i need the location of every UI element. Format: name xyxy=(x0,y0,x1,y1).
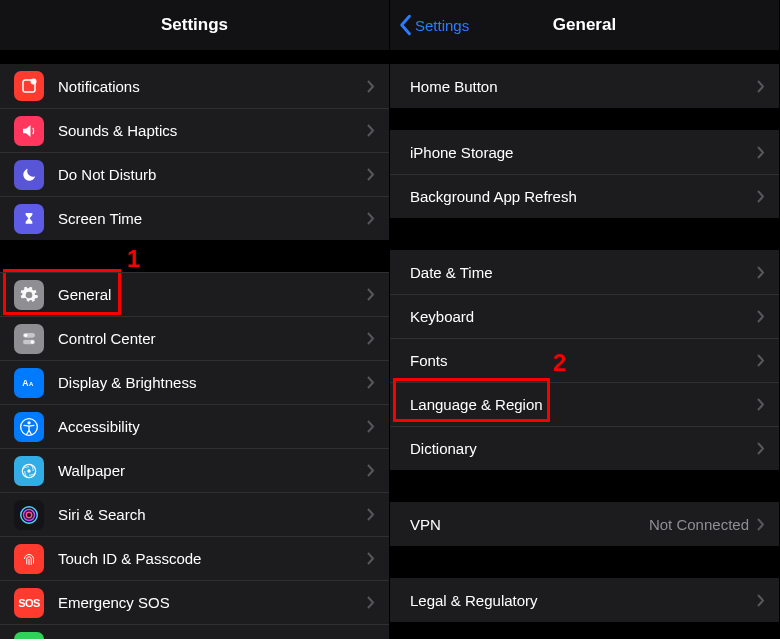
hourglass-icon xyxy=(14,204,44,234)
chevron-right-icon xyxy=(757,594,765,607)
row-label: VPN xyxy=(404,516,649,533)
general-group-input: Date & Time Keyboard Fonts Language & Re… xyxy=(390,250,779,470)
nav-bar-settings: Settings xyxy=(0,0,389,50)
chevron-right-icon xyxy=(757,398,765,411)
row-label: Keyboard xyxy=(404,308,757,325)
row-label: Notifications xyxy=(58,78,367,95)
row-notifications[interactable]: Notifications xyxy=(0,64,389,108)
general-pane-right: Settings General Home Button iPhone Stor… xyxy=(390,0,780,639)
chevron-right-icon xyxy=(367,376,375,389)
general-group-storage: iPhone Storage Background App Refresh xyxy=(390,130,779,218)
chevron-right-icon xyxy=(757,266,765,279)
wallpaper-icon xyxy=(14,456,44,486)
row-dictionary[interactable]: Dictionary xyxy=(390,426,779,470)
text-size-icon: AA xyxy=(14,368,44,398)
settings-scroll: Notifications Sounds & Haptics Do Not Di… xyxy=(0,50,389,639)
row-screen-time[interactable]: Screen Time xyxy=(0,196,389,240)
row-label: Legal & Regulatory xyxy=(404,592,757,609)
row-wallpaper[interactable]: Wallpaper xyxy=(0,448,389,492)
siri-icon xyxy=(14,500,44,530)
nav-bar-general: Settings General xyxy=(390,0,779,50)
row-fonts[interactable]: Fonts xyxy=(390,338,779,382)
notifications-icon xyxy=(14,71,44,101)
chevron-right-icon xyxy=(367,464,375,477)
row-label: Background App Refresh xyxy=(404,188,757,205)
row-label: Touch ID & Passcode xyxy=(58,550,367,567)
row-label: Language & Region xyxy=(404,396,757,413)
row-label: General xyxy=(58,286,367,303)
svg-text:A: A xyxy=(22,377,29,387)
row-home-button[interactable]: Home Button xyxy=(390,64,779,108)
row-label: Screen Time xyxy=(58,210,367,227)
chevron-right-icon xyxy=(367,332,375,345)
battery-icon xyxy=(14,632,44,640)
row-background-app-refresh[interactable]: Background App Refresh xyxy=(390,174,779,218)
annotation-number-1: 1 xyxy=(127,245,140,273)
row-siri-search[interactable]: Siri & Search xyxy=(0,492,389,536)
row-sounds-haptics[interactable]: Sounds & Haptics xyxy=(0,108,389,152)
chevron-right-icon xyxy=(367,508,375,521)
nav-back-label: Settings xyxy=(415,17,469,34)
chevron-right-icon xyxy=(367,288,375,301)
row-control-center[interactable]: Control Center xyxy=(0,316,389,360)
row-vpn[interactable]: VPN Not Connected xyxy=(390,502,779,546)
row-emergency-sos[interactable]: SOS Emergency SOS xyxy=(0,580,389,624)
row-general[interactable]: General xyxy=(0,272,389,316)
row-label: Dictionary xyxy=(404,440,757,457)
chevron-right-icon xyxy=(757,354,765,367)
chevron-right-icon xyxy=(367,552,375,565)
row-label: Siri & Search xyxy=(58,506,367,523)
row-display-brightness[interactable]: AA Display & Brightness xyxy=(0,360,389,404)
row-label: Control Center xyxy=(58,330,367,347)
row-detail: Not Connected xyxy=(649,516,749,533)
annotation-number-2: 2 xyxy=(553,349,566,377)
settings-group-general: 1 General Control Center AA xyxy=(0,272,389,639)
chevron-right-icon xyxy=(367,420,375,433)
nav-title: Settings xyxy=(161,15,228,35)
row-touch-id-passcode[interactable]: Touch ID & Passcode xyxy=(0,536,389,580)
general-group-vpn: VPN Not Connected xyxy=(390,502,779,546)
chevron-right-icon xyxy=(757,190,765,203)
nav-title: General xyxy=(553,15,616,35)
row-language-region[interactable]: Language & Region xyxy=(390,382,779,426)
svg-point-9 xyxy=(27,421,30,424)
row-label: Wallpaper xyxy=(58,462,367,479)
chevron-right-icon xyxy=(757,442,765,455)
gear-icon xyxy=(14,280,44,310)
row-label: Do Not Disturb xyxy=(58,166,367,183)
chevron-right-icon xyxy=(367,168,375,181)
svg-text:A: A xyxy=(29,380,34,386)
chevron-right-icon xyxy=(367,124,375,137)
row-date-time[interactable]: Date & Time xyxy=(390,250,779,294)
row-label: Display & Brightness xyxy=(58,374,367,391)
chevron-right-icon xyxy=(757,518,765,531)
switches-icon xyxy=(14,324,44,354)
moon-icon xyxy=(14,160,44,190)
row-label: Home Button xyxy=(404,78,757,95)
row-iphone-storage[interactable]: iPhone Storage xyxy=(390,130,779,174)
settings-pane-left: Settings Notifications Sounds & Haptics xyxy=(0,0,390,639)
sounds-icon xyxy=(14,116,44,146)
general-group-home: Home Button xyxy=(390,64,779,108)
svg-point-1 xyxy=(31,79,37,85)
svg-point-3 xyxy=(24,333,27,336)
fingerprint-icon xyxy=(14,544,44,574)
chevron-right-icon xyxy=(367,596,375,609)
svg-point-14 xyxy=(26,512,32,518)
row-label: Sounds & Haptics xyxy=(58,122,367,139)
row-legal-regulatory[interactable]: Legal & Regulatory xyxy=(390,578,779,622)
svg-point-11 xyxy=(27,469,30,472)
svg-point-5 xyxy=(31,340,34,343)
svg-point-13 xyxy=(24,509,35,520)
row-do-not-disturb[interactable]: Do Not Disturb xyxy=(0,152,389,196)
row-battery[interactable]: Battery xyxy=(0,624,389,639)
chevron-right-icon xyxy=(757,80,765,93)
chevron-right-icon xyxy=(757,310,765,323)
row-label: Accessibility xyxy=(58,418,367,435)
row-label: iPhone Storage xyxy=(404,144,757,161)
chevron-right-icon xyxy=(367,80,375,93)
row-accessibility[interactable]: Accessibility xyxy=(0,404,389,448)
row-keyboard[interactable]: Keyboard xyxy=(390,294,779,338)
row-label: Date & Time xyxy=(404,264,757,281)
nav-back-button[interactable]: Settings xyxy=(398,14,469,36)
